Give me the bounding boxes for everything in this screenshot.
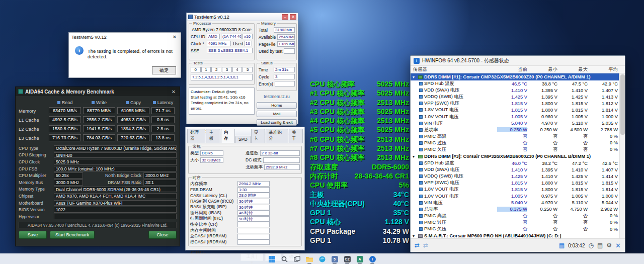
sensor-row[interactable]: 1.8V VOUT 电压 1.815 V 1.800 V 1.815 V 1.8… (411, 186, 619, 193)
tab-memory[interactable]: 内存 (221, 129, 235, 143)
col-maximum[interactable]: 最大 (557, 66, 588, 73)
monitor-icon[interactable]: ▦ (559, 242, 565, 249)
close-button[interactable]: Close (148, 231, 177, 239)
close-sensors-icon[interactable]: ✕ (615, 242, 621, 249)
sensor-row[interactable]: PMIC 高温 否 否 否 0 % (411, 133, 619, 140)
col-minimum[interactable]: 最小 (527, 66, 557, 73)
tab-spd[interactable]: SPD (235, 136, 251, 143)
status-row: Time 2m 31s (259, 67, 295, 72)
scrollbar[interactable] (619, 73, 625, 238)
sensor-row[interactable]: VPP (SWC) 电压 1.815 V 1.800 V 1.815 V 1.8… (411, 180, 619, 186)
tab-mainboard[interactable]: 主板 (206, 129, 220, 143)
sensor-row[interactable]: VIN 电压 5.040 V 4.970 V 5.110 V 5.035 V (411, 120, 619, 127)
info-row: CPU Clock 5025.0 MHz (19, 158, 177, 165)
settings-gear-icon[interactable]: ⚙ (606, 242, 612, 249)
osd-line: 内存计时 28-36-36-46 CR1 (310, 171, 409, 181)
testmem5-button[interactable]: Mail (257, 111, 297, 117)
file-explorer-button[interactable] (305, 255, 313, 263)
test-cell: 3 (222, 67, 232, 72)
aida64-titlebar[interactable]: AIDA64 Cache & Memory Benchmark ✕ (16, 87, 180, 96)
tab-about[interactable]: 关于 (289, 129, 303, 143)
sensor-row[interactable]: VPP (SWC) 电压 1.815 V 1.800 V 1.815 V 1.8… (411, 100, 619, 107)
minimize-icon[interactable]: – (282, 14, 288, 20)
size-label: 大小 (190, 157, 199, 163)
testmem5-button[interactable]: Home (257, 102, 297, 109)
sensor-row[interactable]: 总功率 0.375 W 0.250 W 4.750 W 2.902 W (411, 206, 619, 213)
close-icon[interactable]: ✕ (290, 14, 296, 20)
timings-caption: 时序 (192, 175, 202, 181)
aida64-taskbar-button[interactable]: A (356, 255, 364, 263)
sensor-icon (419, 227, 423, 231)
sensor-row[interactable]: VDD (SWA) 电压 1.410 V 1.395 V 1.410 V 1.4… (411, 87, 619, 94)
search-button[interactable] (280, 255, 288, 263)
tab-cpu[interactable]: 处理器 (187, 129, 205, 143)
start-button[interactable] (268, 255, 276, 263)
sensor-avg: 0 % (588, 227, 618, 232)
sensor-current: 5.040 V (497, 200, 527, 205)
timing-label: RAS# 到 CAS# (tRCD) (190, 199, 237, 205)
sensor-row[interactable]: 1.8V VOUT 电压 1.815 V 1.800 V 1.815 V 1.8… (411, 107, 619, 113)
sensor-icon (419, 201, 423, 205)
aida64-title: AIDA64 Cache & Memory Benchmark (25, 89, 168, 95)
log-line: Testing completed in 2m 31s, no errors. (191, 100, 253, 111)
start-benchmark-button[interactable]: Start Benchmark (50, 231, 95, 239)
testmem5-taskbar-button[interactable]: 5 (331, 255, 339, 263)
sensor-row[interactable]: VDDQ (SWB) 电压 1.425 V 1.410 V 1.425 V 1.… (411, 173, 619, 180)
sensor-row[interactable]: SPD Hub 温度 46.0 °C 38.2 °C 47.2 °C 42.6 … (411, 160, 619, 166)
sensor-row[interactable]: 1.0V VOUT 电压 1.005 V 0.960 V 1.005 V 1.0… (411, 113, 619, 120)
benchmark-row: L1 Cache 4992.5 GB/s 2556.2 GB/s 4983.3 … (19, 115, 177, 124)
hwinfo-taskbar-button[interactable]: i (368, 255, 376, 263)
hwinfo-window: i HWiNFO® 64 v8.24-5700 - 传感器状态 传感器 当前 最… (410, 55, 625, 252)
nb-freq-field: 2992.9 MHz (264, 164, 300, 170)
sensor-section-header[interactable]: ▾ DDR5 DIMM [#1]: Corsair CMP32GX5M2B600… (411, 73, 619, 80)
ok-button[interactable]: 确定 (152, 66, 176, 74)
sensor-icon (419, 195, 423, 198)
sensor-label: PMIC 过压 (424, 219, 446, 226)
sensor-current: 1.425 V (497, 174, 527, 179)
sensor-icon (419, 102, 423, 105)
sensor-row[interactable]: PMIC 过压 否 否 否 0 % (411, 219, 619, 226)
bench-value: 61055 MB/s (117, 107, 149, 114)
swap-sensors-icon-2[interactable]: ⇄ (423, 242, 428, 249)
scrollbar-thumb[interactable] (620, 74, 625, 135)
sensor-section-header[interactable]: ▾ DDR5 DIMM [#3]: Corsair CMP32GX5M2B600… (411, 153, 619, 160)
tab-bench[interactable]: 基准跑分 (266, 129, 288, 143)
bench-value: 2556.2 GB/s (83, 116, 115, 123)
sensor-row[interactable]: VDDQ (SWB) 电压 1.425 V 1.395 V 1.425 V 1.… (411, 94, 619, 100)
testmem5-button[interactable]: Load config & exit (257, 119, 297, 126)
ram-icon (418, 75, 423, 79)
sensor-row[interactable]: PMIC 过压 否 否 否 0 % (411, 140, 619, 146)
sensor-row[interactable]: VDD (SWA) 电压 1.410 V 1.395 V 1.410 V 1.4… (411, 166, 619, 173)
col-current[interactable]: 当前 (497, 66, 527, 73)
testmem5-log: Customize: Default @serjStart testing at… (189, 87, 255, 115)
tab-graphics[interactable]: 显卡 (251, 129, 265, 143)
benchmark-row: L3 Cache 716.73 GB/s 784.03 GB/s 720.63 … (19, 133, 177, 142)
close-icon[interactable]: ✕ (171, 34, 178, 40)
swap-sensors-icon[interactable]: ⇄ (415, 242, 420, 249)
task-view-button[interactable] (293, 255, 301, 263)
col-average[interactable]: 平均 (588, 66, 618, 73)
testmem5-titlebar[interactable]: TestMem5 v0.12 – ✕ (187, 13, 298, 21)
hwinfo-titlebar[interactable]: i HWiNFO® 64 v8.24-5700 - 传感器状态 (411, 56, 625, 66)
clock-icon[interactable]: ◷ (589, 242, 594, 249)
sensor-row[interactable]: VIN 电压 5.040 V 4.970 V 5.110 V 5.044 V (411, 200, 619, 206)
sensor-row[interactable]: PMIC 欠压 否 否 否 0 % (411, 146, 619, 153)
dialog-titlebar[interactable]: TestMem5 v0.12 ✕ (69, 33, 181, 41)
sensor-avg: 1.815 V (588, 181, 618, 186)
sensor-row[interactable]: 总功率 0.250 W 0.250 W 4.500 W 2.788 W (411, 127, 619, 133)
cpuz-taskbar-button[interactable]: CZ (343, 255, 351, 263)
report-icon[interactable]: ▤ (597, 242, 603, 249)
close-icon[interactable]: ✕ (170, 89, 177, 95)
col-sensor[interactable]: 传感器 (413, 66, 497, 73)
save-button[interactable]: Save (19, 231, 47, 239)
sensor-row[interactable]: 1.0V VOUT 电压 1.005 V 0.975 V 1.005 V 1.0… (411, 193, 619, 200)
sensor-min: 4.970 V (527, 200, 557, 205)
sensor-row[interactable]: SPD Hub 温度 46.5 °C 38.8 °C 47.5 °C 42.9 … (411, 80, 619, 87)
sensor-section-header[interactable]: ▾ S.M.A.R.T.: Corsair MP600 PRO NH (A5LI… (411, 232, 619, 238)
sensor-row[interactable]: PMIC 高温 否 否 否 0 % (411, 213, 619, 219)
sensor-label: VIN 电压 (424, 120, 443, 127)
testmem-site-link[interactable]: testmem.tz.ru (257, 94, 297, 99)
edge-button[interactable] (318, 255, 326, 263)
channels-label: 通道数 (246, 150, 259, 156)
sensor-row[interactable]: PMIC 欠压 否 否 否 0 % (411, 226, 619, 232)
